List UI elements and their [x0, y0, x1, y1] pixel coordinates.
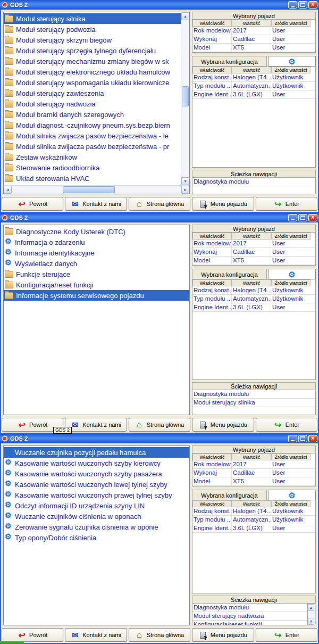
nav-path-item[interactable]: Diagnostyka modułu: [192, 604, 307, 612]
table-row[interactable]: Wykonaj Cadillac User: [192, 469, 315, 477]
nav-path-item[interactable]: Diagnostyka modułu: [192, 178, 315, 186]
list-item[interactable]: Odczyt informacji ID urządzenia szyny LI…: [4, 500, 189, 511]
contact-button[interactable]: Kontakt z nami: [65, 628, 127, 642]
list-item[interactable]: Moduł sterujący skrzyni biegów: [4, 35, 181, 45]
horizontal-scrollbar[interactable]: ◄ ►: [4, 185, 189, 194]
table-row[interactable]: Rok modelowy 2017 User: [192, 240, 315, 248]
vehicle-menu-button[interactable]: Menu pojazdu: [192, 197, 254, 211]
vehicle-menu-button[interactable]: Menu pojazdu: [192, 628, 254, 642]
minimize-button[interactable]: [288, 1, 297, 9]
nav-scrollbar[interactable]: ▲ ▼: [308, 604, 316, 625]
vehicle-info-panel: Wybrany pojazd WłaściwośćWartośćŹródło w…: [192, 445, 316, 625]
list-item[interactable]: Kasowanie wartości wuczonych szyby pasaż…: [4, 468, 189, 479]
list-item[interactable]: Moduł silnika zwijacza pasów bezpieczeńs…: [4, 141, 181, 152]
list-item[interactable]: Moduł silnika zwijacza pasów bezpieczeńs…: [4, 130, 181, 141]
back-button[interactable]: Powrót: [2, 628, 63, 642]
table-row[interactable]: Rodzaj konst... Halogen (T4... Użytkowni…: [192, 507, 315, 516]
list-item[interactable]: Sterowanie radioodbiornika: [4, 162, 181, 173]
list-item[interactable]: Konfiguracja/reset funkcji: [4, 279, 189, 290]
selected-vehicle-header: Wybrany pojazd: [192, 225, 316, 233]
list-item[interactable]: Układ sterowania HVAC: [4, 173, 181, 184]
list-item[interactable]: Typ opony/Dobór ciśnienia: [4, 532, 189, 543]
table-row[interactable]: Model XT5 User: [192, 44, 315, 52]
scrollbar-thumb[interactable]: [63, 186, 115, 193]
table-row[interactable]: Model XT5 User: [192, 257, 315, 265]
change-config-button[interactable]: ⚙: [268, 56, 316, 67]
list-item[interactable]: Wyświetlacz danych: [4, 258, 189, 269]
scroll-down-icon[interactable]: ▼: [308, 618, 314, 625]
table-row[interactable]: Typ modułu ... Automatyczn... Użytkownik: [192, 82, 315, 90]
home-button[interactable]: Strona główna: [129, 628, 190, 642]
enter-button[interactable]: Enter: [256, 418, 317, 432]
home-button[interactable]: Strona główna: [129, 418, 190, 432]
list-item[interactable]: Zestaw wskaźników: [4, 152, 181, 162]
restore-button[interactable]: [298, 1, 307, 9]
list-item[interactable]: Informacje systemu serwisowego pojazdu: [4, 290, 189, 301]
list-item[interactable]: Informacje identyfikacyjne: [4, 247, 189, 258]
list-item[interactable]: Zerowanie sygnału czujnika ciśnienia w o…: [4, 522, 189, 532]
table-row[interactable]: Rodzaj konst... Halogen (T4... Użytkowni…: [192, 286, 315, 295]
change-config-button[interactable]: ⚙: [268, 490, 316, 500]
list-item[interactable]: Moduł sterujący podwozia: [4, 24, 181, 35]
table-row[interactable]: Rodzaj konst... Halogen (T4... Użytkowni…: [192, 73, 315, 82]
scrollbar-thumb[interactable]: [182, 86, 189, 106]
list-item[interactable]: Wuczanie czujników ciśnienia w oponach: [4, 511, 189, 522]
close-button[interactable]: ×: [308, 435, 317, 442]
list-item[interactable]: Diagnostyczne Kody Usterek (DTC): [4, 226, 189, 237]
vertical-scrollbar[interactable]: ▲ ▼: [181, 12, 189, 185]
list-item[interactable]: Informacja o zdarzeniu: [4, 237, 189, 247]
list-item[interactable]: Funkcje sterujące: [4, 269, 189, 279]
nav-path-item[interactable]: Moduł sterujący nadwozia: [192, 612, 307, 621]
table-row[interactable]: Wykonaj Cadillac User: [192, 248, 315, 257]
list-item[interactable]: Kasowanie wartości wuczonych szyby kiero…: [4, 458, 189, 468]
enter-button[interactable]: Enter: [256, 628, 317, 642]
list-item[interactable]: Moduł sterujący mechanizmu zmiany biegów…: [4, 56, 181, 67]
taskbar-start-sliver[interactable]: [0, 641, 24, 644]
table-row[interactable]: Engine Ident... 3.6L (LGX) User: [192, 303, 315, 312]
titlebar[interactable]: GDS 2 ×: [0, 213, 319, 222]
minimize-button[interactable]: [288, 214, 297, 221]
column-header: Wartość: [232, 233, 271, 240]
table-row[interactable]: Model XT5 User: [192, 477, 315, 486]
contact-button[interactable]: Kontakt z nami: [65, 418, 127, 432]
home-button[interactable]: Strona główna: [129, 197, 190, 211]
table-row[interactable]: Rok modelowy 2017 User: [192, 27, 315, 35]
close-button[interactable]: ×: [308, 214, 317, 221]
contact-button[interactable]: Kontakt z nami: [65, 197, 127, 211]
titlebar[interactable]: GDS 2 ×: [0, 434, 319, 443]
nav-path-item[interactable]: Konfiguracja/reset funkcji: [192, 621, 307, 625]
change-config-button[interactable]: ⚙: [268, 269, 316, 279]
list-item[interactable]: Moduł sterujący elektronicznego układu h…: [4, 67, 181, 77]
vehicle-menu-button[interactable]: Menu pojazdu: [192, 418, 254, 432]
restore-button[interactable]: [298, 214, 307, 221]
scroll-up-icon[interactable]: ▲: [181, 12, 189, 20]
titlebar[interactable]: GDS 2 ×: [0, 0, 319, 10]
back-button[interactable]: Powrót: [2, 197, 63, 211]
list-item[interactable]: Wuczanie czujnika pozycji pedału hamulca: [4, 447, 189, 458]
list-item[interactable]: Kasowanie wartości wuczonych prawej tyln…: [4, 490, 189, 500]
table-row[interactable]: Typ modułu ... Automatyczn... Użytkownik: [192, 295, 315, 303]
table-row[interactable]: Rok modelowy 2017 User: [192, 460, 315, 469]
list-item[interactable]: Moduł sterujący zawieszenia: [4, 88, 181, 98]
list-item[interactable]: Moduł sterujący nadwozia: [4, 98, 181, 109]
list-item[interactable]: Moduł sterujący sprzęgła tylnego dyferen…: [4, 45, 181, 56]
scroll-left-icon[interactable]: ◄: [4, 186, 12, 194]
scroll-right-icon[interactable]: ►: [181, 186, 189, 194]
list-item[interactable]: Moduł bramki danych szeregowych: [4, 109, 181, 120]
table-row[interactable]: Wykonaj Cadillac User: [192, 35, 315, 44]
nav-path-item[interactable]: Moduł sterujący silnika: [192, 399, 315, 407]
restore-button[interactable]: [298, 435, 307, 442]
enter-button[interactable]: Enter: [256, 197, 317, 211]
close-button[interactable]: ×: [308, 1, 317, 9]
scroll-up-icon[interactable]: ▲: [308, 604, 314, 611]
nav-path-item[interactable]: Diagnostyka modułu: [192, 390, 315, 399]
list-item[interactable]: Moduł sterujący silnika: [4, 13, 181, 24]
scroll-down-icon[interactable]: ▼: [181, 177, 189, 185]
table-row[interactable]: Engine Ident... 3.6L (LGX) User: [192, 90, 315, 99]
table-row[interactable]: Typ modułu ... Automatyczn... Użytkownik: [192, 516, 315, 524]
table-row[interactable]: Engine Ident... 3.6L (LGX) User: [192, 524, 315, 533]
list-item[interactable]: Kasowanie wartości wuczonych lewej tylne…: [4, 479, 189, 490]
list-item[interactable]: Moduł sterujący wspomagania układu kiero…: [4, 77, 181, 88]
list-item[interactable]: Moduł diagnost.-czujnikowy pneum.sys.bez…: [4, 120, 181, 130]
minimize-button[interactable]: [288, 435, 297, 442]
